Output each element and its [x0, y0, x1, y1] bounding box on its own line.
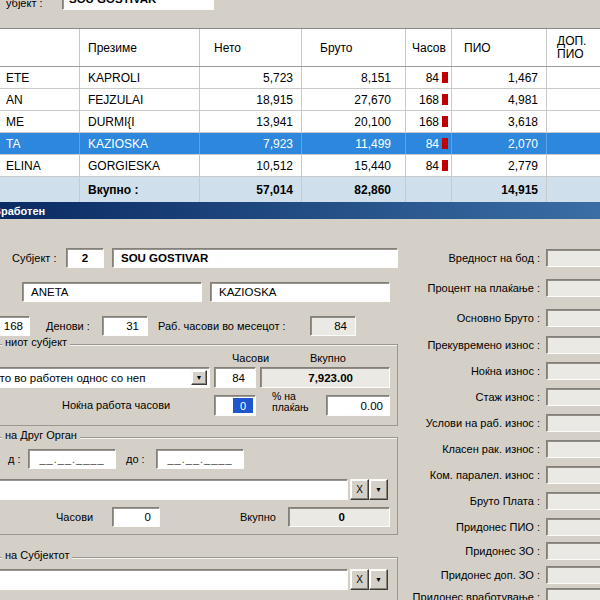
cell-pio: 2,779 — [452, 155, 547, 176]
chevron-down-icon[interactable]: ▼ — [369, 569, 388, 590]
hours-value: 84 — [426, 159, 439, 173]
red-flag-icon — [442, 94, 448, 105]
cell-surname: DURMI{I — [80, 111, 200, 132]
table-row-selected[interactable]: TA KAZIOSKA 7,923 11,499 84 2,070 — [0, 133, 600, 155]
right-panel-field[interactable] — [546, 440, 600, 458]
cell-pio: 2,070 — [452, 133, 547, 154]
right-panel-field[interactable] — [546, 309, 600, 327]
total-hours — [406, 177, 452, 202]
days-field[interactable]: 31 — [102, 316, 148, 336]
right-panel-field[interactable] — [546, 466, 600, 484]
header-pio[interactable]: ПИО — [452, 29, 547, 66]
work-hours-field[interactable]: 84 — [214, 367, 256, 388]
header-dop-pio[interactable]: ДОП. ПИО — [547, 29, 600, 66]
month-hours-label: Раб. часови во месецот : — [158, 320, 286, 332]
other-hours-field[interactable]: 0 — [112, 507, 160, 527]
right-panel-field[interactable] — [546, 588, 600, 600]
clear-button[interactable]: X — [350, 479, 369, 500]
night-hours-field[interactable]: 0 — [214, 395, 256, 416]
month-hours-field[interactable]: 84 — [310, 316, 356, 336]
cell-pio: 3,618 — [452, 111, 547, 132]
total-dop — [547, 177, 600, 202]
night-pct-field[interactable]: 0.00 — [326, 395, 390, 416]
other-total-label: Вкупно — [240, 511, 276, 523]
cell-dop-pio — [547, 133, 600, 154]
right-panel-field[interactable] — [546, 542, 600, 560]
night-hours-selected-text: 0 — [233, 398, 253, 413]
total-empty — [0, 177, 80, 202]
right-panel-field[interactable] — [546, 518, 600, 536]
other-hours-label: Часови — [56, 511, 93, 523]
cell-neto: 10,512 — [200, 155, 302, 176]
top-subject-field[interactable]: SOU GOSTIVAR — [62, 0, 214, 10]
first-name-field[interactable]: ANETA — [22, 282, 202, 302]
header-surname[interactable]: Презиме — [80, 29, 200, 66]
work-total-field[interactable]: 7,923.00 — [260, 367, 390, 388]
header-bruto[interactable]: Бруто — [302, 29, 406, 66]
right-panel-label: Бруто Плата : — [470, 495, 540, 507]
date-to-field[interactable]: __.__.____ — [156, 449, 244, 469]
header-hours[interactable]: Часов — [406, 29, 452, 66]
header-name — [0, 29, 80, 66]
other-total-field[interactable]: 0 — [288, 507, 390, 527]
right-panel-field[interactable] — [546, 249, 600, 267]
cell-dop-pio — [547, 67, 600, 88]
clear-button[interactable]: X — [350, 569, 369, 590]
night-work-label: Ноќна работа часови — [62, 399, 170, 411]
date-from-field[interactable]: __.__.____ — [28, 449, 116, 469]
total-bruto: 82,860 — [302, 177, 406, 202]
cell-surname: GORGIESKA — [80, 155, 200, 176]
right-panel-field[interactable] — [546, 388, 600, 406]
right-panel-field[interactable] — [546, 279, 600, 297]
cell-hours: 168 — [406, 89, 452, 110]
right-panel-field[interactable] — [546, 362, 600, 380]
cell-hours: 168 — [406, 111, 452, 132]
hours-value: 84 — [426, 71, 439, 85]
right-panel-label: Придонес вработување : — [413, 591, 540, 600]
employee-window-titlebar: Вработен — [0, 202, 600, 219]
cell-bruto: 20,100 — [302, 111, 406, 132]
red-flag-icon — [442, 116, 448, 127]
cell-surname: KAPROLI — [80, 67, 200, 88]
chevron-down-icon[interactable]: ▼ — [191, 370, 207, 385]
cell-bruto: 15,440 — [302, 155, 406, 176]
red-flag-icon — [442, 138, 448, 149]
work-relation-combobox[interactable]: нато во работен однос со неп ▼ — [0, 367, 210, 388]
top-subject-label: убјект : — [6, 0, 43, 9]
right-panel-field[interactable] — [546, 414, 600, 432]
cell-name: ME — [0, 111, 80, 132]
right-panel-label: Процент на плаќање : — [428, 282, 540, 294]
group-other-organ-label: на Друг Орган — [2, 429, 80, 441]
total-label: Вкупно : — [80, 177, 200, 202]
cell-dop-pio — [547, 111, 600, 132]
subject-name-field[interactable]: SOU GOSTIVAR — [112, 248, 398, 268]
right-panel-label: Придонес ЗО : — [465, 545, 540, 557]
subject-number-field[interactable]: 2 — [66, 248, 104, 268]
table-row[interactable]: ETE KAPROLI 5,723 8,151 84 1,467 — [0, 67, 600, 89]
header-neto[interactable]: Нето — [200, 29, 302, 66]
cell-name: AN — [0, 89, 80, 110]
chevron-down-icon[interactable]: ▼ — [369, 479, 388, 500]
table-row[interactable]: ME DURMI{I 13,941 20,100 168 3,618 — [0, 111, 600, 133]
at-subject-combobox[interactable] — [0, 569, 348, 590]
other-organ-combobox[interactable] — [0, 479, 348, 500]
table-row[interactable]: ELINA GORGIESKA 10,512 15,440 84 2,779 — [0, 155, 600, 177]
cropped-hours-field[interactable]: 168 — [0, 316, 30, 336]
date-to-label: до : — [126, 453, 145, 465]
right-panel-field[interactable] — [546, 336, 600, 354]
cell-surname: KAZIOSKA — [80, 133, 200, 154]
night-pct-label: % на плаќањ — [272, 391, 318, 413]
cell-hours: 84 — [406, 155, 452, 176]
total-pio: 14,915 — [452, 177, 547, 202]
last-name-field[interactable]: KAZIOSKA — [210, 282, 390, 302]
cell-neto: 7,923 — [200, 133, 302, 154]
hours-column-label: Часови — [232, 352, 269, 364]
employees-table: Презиме Нето Бруто Часов ПИО ДОП. ПИО ET… — [0, 28, 600, 203]
hours-value: 168 — [419, 93, 439, 107]
table-row[interactable]: AN FEJZULAI 18,915 27,670 168 4,981 — [0, 89, 600, 111]
payroll-app-window: убјект : SOU GOSTIVAR Презиме Нето Бруто… — [0, 0, 600, 600]
right-panel-field[interactable] — [546, 566, 600, 584]
right-panel-field[interactable] — [546, 492, 600, 510]
right-panel-label: Стаж износ : — [476, 391, 540, 403]
window-title: Вработен — [0, 205, 45, 217]
